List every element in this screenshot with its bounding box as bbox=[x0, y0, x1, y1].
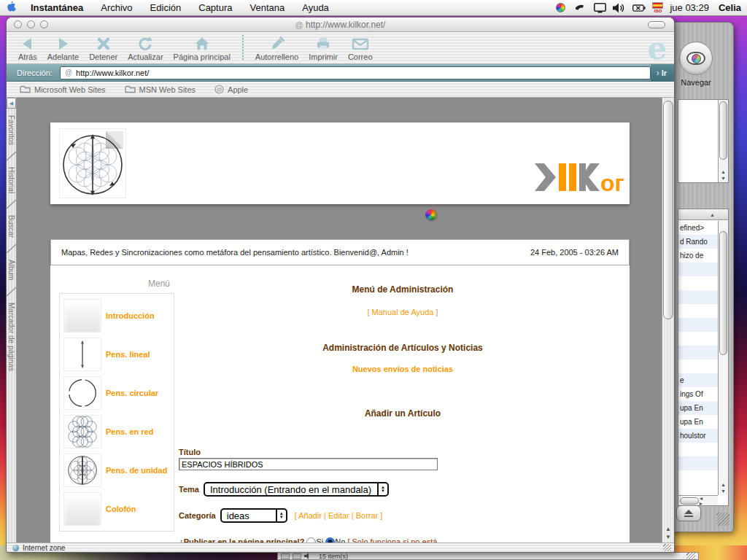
rear-resize-grip[interactable] bbox=[716, 513, 729, 526]
address-input[interactable]: @ http://www.kilkor.net/ bbox=[60, 66, 651, 79]
news-submissions-link-row: Nuevos envíos de noticias bbox=[176, 365, 630, 373]
list-item[interactable]: d Rando bbox=[678, 235, 718, 249]
phone-menu-icon[interactable] bbox=[573, 2, 587, 14]
menu-item-pens-de-unidad[interactable]: Pens. de unidad bbox=[63, 454, 170, 487]
internet-explorer-logo-icon: e bbox=[647, 34, 667, 63]
browser-vscrollbar[interactable]: ▲▼ bbox=[662, 98, 674, 542]
app-menu-title[interactable]: Instantánea bbox=[22, 2, 92, 13]
favorite-microsoft[interactable]: Microsoft Web Sites bbox=[20, 85, 106, 94]
tab-album[interactable]: Álbum bbox=[7, 253, 15, 287]
list-item[interactable] bbox=[678, 443, 718, 456]
list-item[interactable]: houlstor bbox=[678, 429, 718, 443]
manual-help-link[interactable]: Manual de Ayuda bbox=[372, 308, 434, 316]
go-arrow-icon: › bbox=[657, 68, 659, 78]
browser-resize-grip[interactable] bbox=[663, 544, 671, 551]
menu-edicion[interactable]: Edición bbox=[142, 2, 190, 13]
mail-button[interactable]: Correo bbox=[348, 36, 373, 61]
unity-mandala-icon bbox=[63, 454, 101, 487]
tab-historial[interactable]: Historial bbox=[7, 160, 15, 200]
menubar-clock[interactable]: jue 03:29 bbox=[670, 2, 709, 13]
rear-list-vscrollbar[interactable]: ▲ ▼ bbox=[718, 221, 728, 495]
bottom-window-fragment[interactable]: 15 item(s) bbox=[277, 552, 699, 560]
eject-button[interactable] bbox=[676, 505, 701, 521]
list-item[interactable]: hizo de bbox=[678, 249, 718, 262]
favorite-apple[interactable]: @ Apple bbox=[214, 85, 248, 94]
rear-list-header[interactable]: ▲ bbox=[678, 209, 728, 220]
list-item[interactable] bbox=[678, 318, 718, 332]
back-button[interactable]: Atrás bbox=[18, 36, 37, 61]
menu-item-pens-circular[interactable]: Pens. circular bbox=[63, 376, 170, 410]
list-item[interactable] bbox=[678, 304, 718, 318]
apple-menu[interactable] bbox=[0, 1, 22, 15]
intro-square-icon bbox=[63, 299, 101, 332]
list-item[interactable] bbox=[678, 346, 718, 359]
autofill-button[interactable]: Autorrelleno bbox=[255, 36, 298, 61]
menubar-user[interactable]: Celia bbox=[716, 2, 741, 13]
categoria-select[interactable]: ideas ▲▼ bbox=[220, 508, 287, 523]
list-item[interactable]: upa En bbox=[678, 415, 718, 429]
list-item[interactable] bbox=[678, 359, 718, 373]
battery-menu-icon[interactable] bbox=[632, 2, 646, 14]
refresh-button[interactable]: Actualizar bbox=[128, 36, 163, 61]
tab-marcador[interactable]: Marcador de páginas bbox=[7, 296, 15, 378]
categoria-label: Categoría bbox=[179, 511, 216, 520]
radio-no-label: No bbox=[335, 537, 345, 542]
site-menu: Introducción Pens. lineal bbox=[59, 293, 174, 532]
go-button[interactable]: › Ir bbox=[651, 64, 674, 81]
menu-item-pens-en-red[interactable]: Pens. en red bbox=[63, 415, 170, 448]
forward-button[interactable]: Adelante bbox=[47, 36, 79, 61]
home-button[interactable]: Página principal bbox=[174, 36, 231, 61]
rear-list-hscrollbar[interactable]: ◄ ► bbox=[678, 495, 718, 505]
site-menu-column: Menú Introducción Pens. lineal bbox=[50, 265, 176, 542]
list-item[interactable]: efined> bbox=[678, 221, 718, 235]
tema-select[interactable]: Introducción (Entrando en el mandala) ▲▼ bbox=[204, 482, 389, 497]
navigate-button[interactable]: Navegar bbox=[670, 42, 721, 87]
scrollbar-arrows[interactable]: ▲▼ bbox=[662, 525, 674, 541]
scrollbar-thumb[interactable] bbox=[663, 101, 673, 319]
category-links[interactable]: [ Añadir | Editar | Borrar ] bbox=[295, 511, 383, 520]
menu-ventana[interactable]: Ventana bbox=[241, 2, 294, 13]
kilkor-logo: oг bbox=[535, 159, 624, 198]
keyboard-layout-icon[interactable]: ISO bbox=[652, 2, 663, 13]
menu-item-pens-lineal[interactable]: Pens. lineal bbox=[63, 338, 170, 371]
browser-titlebar[interactable]: @ http://www.kilkor.net/ bbox=[7, 18, 674, 32]
list-item[interactable] bbox=[678, 262, 718, 276]
favorite-msn[interactable]: MSN Web Sites bbox=[125, 85, 196, 94]
folder-icon bbox=[125, 85, 136, 93]
menu-ayuda[interactable]: Ayuda bbox=[293, 2, 338, 13]
bottom-resize-grip[interactable] bbox=[686, 553, 695, 559]
menu-item-introduccion[interactable]: Introducción bbox=[63, 299, 170, 332]
list-item[interactable]: e bbox=[678, 373, 718, 387]
list-item[interactable]: ings Of bbox=[678, 387, 718, 401]
snapz-menu-icon[interactable] bbox=[554, 2, 567, 14]
list-item[interactable] bbox=[678, 276, 718, 290]
display-menu-icon[interactable] bbox=[593, 2, 606, 14]
radio-si[interactable] bbox=[306, 537, 316, 542]
windowshade-button[interactable] bbox=[648, 21, 665, 28]
list-item[interactable] bbox=[678, 456, 718, 470]
list-item[interactable] bbox=[678, 470, 718, 484]
radio-no[interactable] bbox=[325, 537, 335, 542]
list-item[interactable] bbox=[678, 290, 718, 304]
tab-buscar[interactable]: Buscar bbox=[7, 209, 15, 244]
menu-item-colofon[interactable]: Colofón bbox=[63, 492, 170, 526]
bottom-window-icon[interactable] bbox=[281, 553, 290, 559]
menu-archivo[interactable]: Archivo bbox=[92, 2, 141, 13]
print-button[interactable]: Imprimir bbox=[309, 36, 338, 61]
list-item[interactable] bbox=[678, 332, 718, 346]
print-icon bbox=[315, 36, 331, 52]
rear-panel-scrollbar[interactable]: ▲ ▼ bbox=[718, 100, 728, 182]
bottom-window-icon[interactable] bbox=[293, 553, 301, 559]
menu-header: Menú bbox=[50, 279, 170, 289]
stop-button[interactable]: Detener bbox=[89, 36, 117, 61]
list-item[interactable]: upa En bbox=[678, 401, 718, 415]
tab-favoritos[interactable]: Favoritos bbox=[7, 109, 15, 152]
collapse-drawer-button[interactable]: ◀ bbox=[7, 98, 16, 109]
mandala-logo[interactable] bbox=[59, 128, 126, 201]
menu-captura[interactable]: Captura bbox=[190, 2, 241, 13]
popup-arrows-icon: ▲▼ bbox=[276, 510, 286, 521]
volume-menu-icon[interactable] bbox=[613, 2, 626, 14]
news-submissions-link[interactable]: Nuevos envíos de noticias bbox=[352, 365, 453, 373]
rear-list[interactable]: ▲ efined> d Rando hizo de e ings Of upa … bbox=[678, 209, 729, 506]
titulo-input[interactable] bbox=[179, 458, 438, 470]
